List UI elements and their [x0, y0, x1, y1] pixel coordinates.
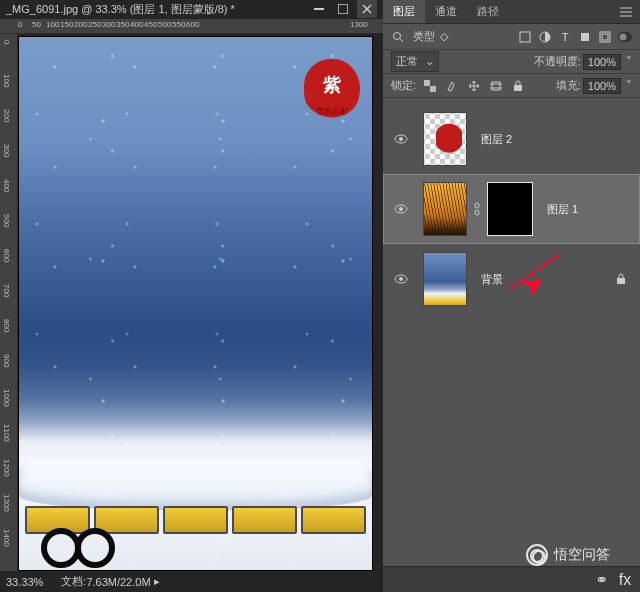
- svg-point-30: [399, 277, 403, 281]
- filter-pixel-icon[interactable]: [518, 30, 532, 44]
- layer-list: 图层 2 图层 1 背景: [383, 98, 640, 566]
- minimize-button[interactable]: [309, 0, 329, 18]
- fx-button[interactable]: fx: [618, 573, 632, 587]
- blend-mode-select[interactable]: 正常 ⌄: [391, 51, 439, 72]
- svg-rect-27: [475, 203, 479, 208]
- document-window: _MG_6091.jpg @ 33.3% (图层 1, 图层蒙版/8) * 0 …: [0, 0, 383, 592]
- lock-all-icon[interactable]: [511, 79, 525, 93]
- maximize-button[interactable]: [333, 0, 353, 18]
- filter-smart-icon[interactable]: [598, 30, 612, 44]
- layer-mask-thumbnail[interactable]: [487, 182, 533, 236]
- lock-row: 锁定: 填充:100% ˅: [383, 74, 640, 98]
- svg-point-26: [399, 207, 403, 211]
- lock-transparency-icon[interactable]: [423, 79, 437, 93]
- wukong-logo-icon: [526, 544, 548, 566]
- layer-filter-row: 类型◇ T: [383, 24, 640, 50]
- lock-artboard-icon[interactable]: [489, 79, 503, 93]
- svg-line-8: [400, 39, 403, 42]
- opacity-field[interactable]: 不透明度:100% ˅: [534, 54, 632, 70]
- filter-kind-select[interactable]: 类型◇: [413, 29, 451, 44]
- layer-thumbnail[interactable]: [423, 252, 467, 306]
- panel-tabs: 图层 通道 路径: [383, 0, 640, 24]
- layer-row-background[interactable]: 背景: [383, 244, 640, 314]
- layer-name[interactable]: 背景: [481, 272, 503, 287]
- layer-panel-footer: ⚭ fx: [383, 566, 640, 592]
- layer-name[interactable]: 图层 1: [547, 202, 578, 217]
- title-bar: _MG_6091.jpg @ 33.3% (图层 1, 图层蒙版/8) *: [0, 0, 383, 19]
- ruler-horizontal: 0 50 100 150 200 250 300 350 400 450 500…: [0, 19, 383, 34]
- status-bar: 33.33% 文档:7.63M/22.0M ▸: [0, 571, 383, 592]
- fill-field[interactable]: 填充:100% ˅: [556, 78, 632, 94]
- layer-row-1[interactable]: 图层 1: [383, 174, 640, 244]
- tab-paths[interactable]: 路径: [467, 0, 509, 23]
- doc-size: 文档:7.63M/22.0M ▸: [61, 574, 159, 589]
- blend-row: 正常 ⌄ 不透明度:100% ˅: [383, 50, 640, 74]
- svg-rect-17: [424, 80, 430, 86]
- filter-adjust-icon[interactable]: [538, 30, 552, 44]
- svg-rect-28: [475, 210, 479, 215]
- watermark-text: 悟空问答: [554, 546, 610, 564]
- svg-rect-11: [581, 33, 589, 41]
- lock-pixels-icon[interactable]: [445, 79, 459, 93]
- canvas[interactable]: 紫 雪枫晶影: [18, 36, 373, 571]
- lock-icon: [614, 272, 628, 286]
- svg-rect-19: [492, 82, 500, 90]
- panel-menu-button[interactable]: [612, 0, 640, 23]
- svg-rect-9: [520, 32, 530, 42]
- layer-row-2[interactable]: 图层 2: [383, 104, 640, 174]
- platform-watermark: 悟空问答: [526, 544, 610, 566]
- svg-rect-0: [314, 8, 324, 10]
- svg-rect-31: [617, 278, 625, 284]
- layer-name[interactable]: 图层 2: [481, 132, 512, 147]
- link-layers-button[interactable]: ⚭: [594, 573, 608, 587]
- bench-artwork: [19, 462, 372, 552]
- layer-thumbnail[interactable]: [423, 182, 467, 236]
- zoom-level[interactable]: 33.33%: [6, 576, 43, 588]
- search-icon: [391, 30, 405, 44]
- tab-channels[interactable]: 通道: [425, 0, 467, 23]
- filter-toggle[interactable]: [618, 30, 632, 44]
- watermark-stamp: 紫 雪枫晶影: [304, 59, 360, 121]
- layer-thumbnail[interactable]: [423, 112, 467, 166]
- filter-shape-icon[interactable]: [578, 30, 592, 44]
- workspace: 0 100 200 300 400 500 600 700 800 900 10…: [0, 34, 383, 571]
- svg-rect-18: [430, 86, 436, 92]
- close-button[interactable]: [357, 0, 377, 18]
- layers-panel: 图层 通道 路径 类型◇ T 正常 ⌄ 不透明度:100% ˅ 锁定: 填充:1…: [383, 0, 640, 592]
- chevron-down-icon: ◇: [437, 30, 451, 44]
- mask-link-icon[interactable]: [473, 202, 481, 216]
- lock-position-icon[interactable]: [467, 79, 481, 93]
- tab-layers[interactable]: 图层: [383, 0, 425, 23]
- document-title: _MG_6091.jpg @ 33.3% (图层 1, 图层蒙版/8) *: [6, 2, 305, 17]
- visibility-toggle[interactable]: [394, 274, 408, 284]
- visibility-toggle[interactable]: [394, 204, 408, 214]
- svg-rect-1: [338, 4, 348, 14]
- visibility-toggle[interactable]: [394, 134, 408, 144]
- svg-point-15: [620, 33, 627, 40]
- ruler-vertical: 0 100 200 300 400 500 600 700 800 900 10…: [0, 34, 18, 571]
- lock-label: 锁定:: [391, 78, 416, 93]
- svg-point-7: [394, 32, 401, 39]
- svg-rect-13: [602, 34, 608, 40]
- filter-type-icon[interactable]: T: [558, 30, 572, 44]
- canvas-area[interactable]: 紫 雪枫晶影: [18, 34, 383, 571]
- svg-rect-22: [514, 85, 522, 91]
- svg-point-24: [399, 137, 403, 141]
